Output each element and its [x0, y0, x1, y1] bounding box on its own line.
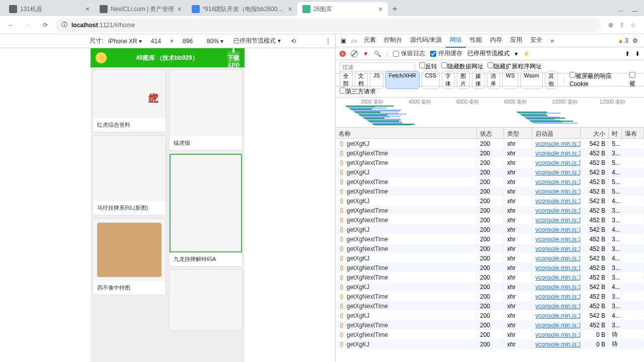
- network-row[interactable]: {}getXgNextTime200xhrvconsole.min.js:100…: [336, 330, 644, 339]
- devtools-tab[interactable]: 源代码/来源: [406, 33, 446, 48]
- network-row[interactable]: {}getXgKJ200xhrvconsole.min.js:100 B待: [336, 339, 644, 349]
- network-row[interactable]: {}getXgKJ200xhrvconsole.min.js:10542 B4.…: [336, 311, 644, 320]
- bookmark-icon[interactable]: ☆: [630, 22, 636, 29]
- network-row[interactable]: {}getXgNextTime200xhrvconsole.min.js:104…: [336, 234, 644, 244]
- col-initiator[interactable]: 启动器: [532, 128, 581, 138]
- request-initiator[interactable]: vconsole.min.js:10: [532, 158, 581, 167]
- devtools-tab[interactable]: 内存: [486, 33, 506, 48]
- request-initiator[interactable]: vconsole.min.js:10: [532, 168, 581, 177]
- import-icon[interactable]: ⬆: [625, 50, 630, 57]
- new-tab-button[interactable]: +: [388, 2, 402, 16]
- site-info-icon[interactable]: ⓘ: [61, 21, 67, 29]
- invert-checkbox[interactable]: 反转: [419, 62, 437, 71]
- col-size[interactable]: 大小: [581, 128, 609, 138]
- blocked-cookie-checkbox[interactable]: 被屏蔽的响应 Cookie: [570, 72, 623, 87]
- request-initiator[interactable]: vconsole.min.js:10: [532, 225, 581, 234]
- device-select[interactable]: iPhone XR ▾: [108, 38, 142, 45]
- share-icon[interactable]: ⇪: [619, 22, 624, 29]
- third-party-checkbox[interactable]: 第三方请求: [340, 87, 376, 96]
- devtools-tab[interactable]: 网络: [446, 33, 466, 48]
- network-row[interactable]: {}getXgKJ200xhrvconsole.min.js:10542 B4.…: [336, 225, 644, 234]
- request-initiator[interactable]: vconsole.min.js:10: [532, 321, 581, 330]
- back-button[interactable]: ←: [4, 18, 18, 32]
- request-initiator[interactable]: vconsole.min.js:10: [532, 340, 581, 349]
- col-time[interactable]: 时: [609, 128, 622, 138]
- request-initiator[interactable]: vconsole.min.js:10: [532, 235, 581, 244]
- content-card[interactable]: 红虎综合资料: [93, 69, 166, 132]
- devtools-tab[interactable]: 应用: [506, 33, 526, 48]
- request-initiator[interactable]: vconsole.min.js:10: [532, 254, 581, 263]
- col-type[interactable]: 类型: [504, 128, 532, 138]
- width-input[interactable]: 414: [147, 38, 165, 45]
- request-initiator[interactable]: vconsole.min.js:10: [532, 187, 581, 196]
- network-row[interactable]: {}getXgNextTime200xhrvconsole.min.js:104…: [336, 244, 644, 253]
- network-row[interactable]: {}getXgNextTime200xhrvconsole.min.js:104…: [336, 158, 644, 167]
- rotate-icon[interactable]: ⟲: [291, 38, 296, 45]
- filter-toggle-icon[interactable]: ▼: [363, 50, 369, 57]
- minimize-icon[interactable]: ﹀: [618, 8, 624, 16]
- content-card[interactable]: 九龙挂牌解特码A: [169, 153, 243, 266]
- browser-tab[interactable]: 26图库×: [297, 2, 388, 16]
- network-row[interactable]: {}getXgNextTime200xhrvconsole.min.js:104…: [336, 187, 644, 196]
- col-waterfall[interactable]: 瀑布: [622, 128, 644, 138]
- close-tab-icon[interactable]: ×: [378, 5, 382, 13]
- network-row[interactable]: {}getXgKJ200xhrvconsole.min.js:10542 B5.…: [336, 139, 644, 148]
- network-row[interactable]: {}getXgKJ200xhrvconsole.min.js:10542 B4.…: [336, 282, 644, 292]
- content-card[interactable]: [169, 269, 243, 331]
- request-initiator[interactable]: vconsole.min.js:10: [532, 273, 581, 282]
- network-row[interactable]: {}getXgNextTime200xhrvconsole.min.js:104…: [336, 301, 644, 311]
- blocked-checkbox[interactable]: 被: [629, 72, 640, 88]
- network-row[interactable]: {}getXgKJ200xhrvconsole.min.js:10542 B4.…: [336, 196, 644, 206]
- clear-button[interactable]: [351, 50, 358, 57]
- more-tabs-icon[interactable]: »: [547, 37, 557, 44]
- export-icon[interactable]: ⬇: [635, 50, 640, 57]
- inspect-icon[interactable]: ▣: [339, 37, 348, 44]
- reload-button[interactable]: ⟳: [38, 18, 52, 32]
- request-initiator[interactable]: vconsole.min.js:10: [532, 283, 581, 292]
- request-initiator[interactable]: vconsole.min.js:10: [532, 149, 581, 158]
- network-throttle-select[interactable]: 已停用节流模式: [467, 49, 510, 58]
- request-initiator[interactable]: vconsole.min.js:10: [532, 216, 581, 225]
- request-initiator[interactable]: vconsole.min.js:10: [532, 177, 581, 187]
- devtools-tab[interactable]: 安全: [526, 33, 546, 48]
- waterfall-overview[interactable]: 2000 毫秒4000 毫秒6000 毫秒6000 毫秒10000 毫秒1200…: [336, 98, 644, 128]
- network-row[interactable]: {}getXgKJ200xhrvconsole.min.js:10542 B4.…: [336, 253, 644, 263]
- network-row[interactable]: {}getXgNextTime200xhrvconsole.min.js:104…: [336, 177, 644, 187]
- request-initiator[interactable]: vconsole.min.js:10: [532, 311, 581, 320]
- warning-icon[interactable]: ▲: [617, 37, 623, 44]
- request-initiator[interactable]: vconsole.min.js:10: [532, 330, 581, 339]
- network-row[interactable]: {}getXgNextTime200xhrvconsole.min.js:104…: [336, 320, 644, 330]
- height-input[interactable]: 896: [179, 38, 197, 45]
- devtools-tab[interactable]: 控制台: [380, 33, 406, 48]
- more-icon[interactable]: ⋮: [325, 38, 331, 45]
- hide-ext-checkbox[interactable]: 隐藏扩展程序网址: [488, 62, 542, 71]
- request-initiator[interactable]: vconsole.min.js:10: [532, 139, 581, 148]
- network-row[interactable]: {}getXgNextTime200xhrvconsole.min.js:104…: [336, 215, 644, 225]
- content-card[interactable]: 四不像中特图: [93, 218, 166, 295]
- close-tab-icon[interactable]: ×: [288, 5, 292, 13]
- network-row[interactable]: {}getXgNextTime200xhrvconsole.min.js:104…: [336, 148, 644, 158]
- disable-cache-checkbox[interactable]: 停用缓存: [430, 49, 462, 58]
- browser-tab[interactable]: NextCLi.com | 资产管理×: [95, 2, 187, 16]
- request-initiator[interactable]: vconsole.min.js:10: [532, 244, 581, 253]
- request-initiator[interactable]: vconsole.min.js:10: [532, 292, 581, 301]
- maximize-icon[interactable]: —: [632, 8, 638, 16]
- network-row[interactable]: {}getXgKJ200xhrvconsole.min.js:10542 B4.…: [336, 167, 644, 177]
- zoom-select[interactable]: 80% ▾: [207, 38, 223, 45]
- network-row[interactable]: {}getXgNextTime200xhrvconsole.min.js:104…: [336, 292, 644, 301]
- network-conditions-icon[interactable]: ⚡: [523, 50, 530, 57]
- record-button[interactable]: [340, 51, 346, 57]
- browser-tab[interactable]: *918团队开发（电报bb2600）-(×: [187, 2, 297, 16]
- request-initiator[interactable]: vconsole.min.js:10: [532, 263, 581, 273]
- request-initiator[interactable]: vconsole.min.js:10: [532, 206, 581, 215]
- close-tab-icon[interactable]: ×: [177, 5, 181, 13]
- devtools-tab[interactable]: 元素: [360, 33, 380, 48]
- col-status[interactable]: 状态: [477, 128, 504, 138]
- network-row[interactable]: {}getXgNextTime200xhrvconsole.min.js:104…: [336, 263, 644, 273]
- url-field[interactable]: ⓘ localhost:1121/#/home: [55, 18, 601, 32]
- network-row[interactable]: {}getXgNextTime200xhrvconsole.min.js:104…: [336, 273, 644, 282]
- devtools-tab[interactable]: 性能: [466, 33, 486, 48]
- download-app-button[interactable]: ⬇下载APP: [227, 52, 239, 64]
- filter-input[interactable]: [340, 62, 415, 71]
- hide-data-checkbox[interactable]: 隐藏数据网址: [441, 62, 484, 71]
